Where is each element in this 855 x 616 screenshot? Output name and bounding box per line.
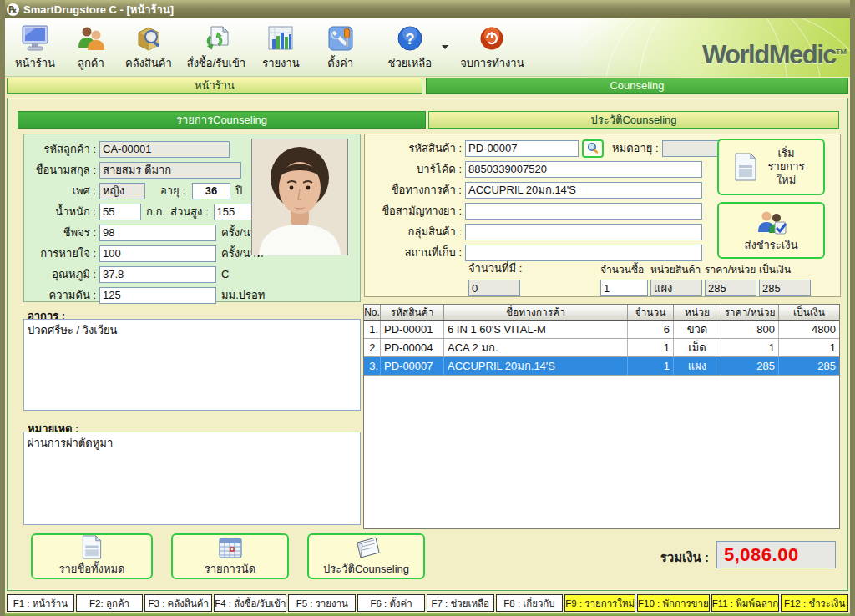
temp-label: อุณหภูมิ : (24, 265, 99, 283)
all-customers-label: รายชื่อทั้งหมด (58, 560, 124, 578)
toolbar-reports-button[interactable]: รายงาน (259, 22, 302, 73)
cell-no: 2. (364, 339, 381, 356)
purchase-block: จำนวนซื้อ หน่วยสินค้า ราคา/หน่วย เป็นเงิ… (600, 261, 811, 296)
tab-counseling-history[interactable]: ประวัติCounseling (428, 111, 839, 129)
cell-amount: 1 (779, 339, 839, 356)
tab-counseling[interactable]: Counseling (426, 78, 848, 94)
cell-name: ACA 2 มก. (444, 339, 628, 356)
fkey-f8[interactable]: F8 : เกี่ยวกับ (496, 594, 564, 612)
tab-counseling-list[interactable]: รายการCounseling (18, 111, 426, 129)
fkey-f11[interactable]: F11 : พิมพ์ฉลาก (711, 594, 780, 612)
toolbar-label: จบการทำงาน (460, 54, 524, 72)
send-payment-button[interactable]: ส่งชำระเงิน (717, 202, 825, 259)
col-amount: เป็นเงิน (779, 305, 839, 320)
height-field[interactable] (214, 204, 257, 220)
pressure-field[interactable] (99, 287, 216, 304)
age-field[interactable] (192, 183, 230, 199)
total-box: 5,086.00 (716, 541, 836, 568)
window-title: SmartDrugstore C - [หน้าร้าน] (23, 1, 174, 18)
stock-block: จำนวนที่มี : (468, 260, 522, 296)
toolbar-purchase-button[interactable]: สั่งซื้อ/รับเข้า (184, 22, 249, 73)
fkey-f12[interactable]: F12 : ชำระเงิน (781, 594, 848, 612)
purchase-receive-icon (200, 23, 232, 53)
fkey-f3[interactable]: F3 : คลังสินค้า (144, 594, 212, 612)
toolbar-exit-button[interactable]: จบการทำงาน (457, 22, 527, 73)
toolbar-storefront-button[interactable]: หน้าร้าน (12, 22, 58, 73)
barcode-field[interactable] (465, 161, 702, 178)
main-tab-bar: หน้าร้าน Counseling (5, 78, 850, 94)
barcode-label: บาร์โค้ด : (365, 160, 465, 178)
product-search-button[interactable] (582, 139, 604, 158)
cell-name: 6 IN 1 60'S VITAL-M (444, 321, 628, 338)
col-price: ราคา/หน่วย (721, 305, 779, 320)
toolbar-help-button[interactable]: ? ช่วยเหลือ (385, 22, 436, 73)
tab-storefront[interactable]: หน้าร้าน (7, 78, 422, 94)
worldmedic-logo: WorldMedicTM (702, 40, 847, 70)
fkey-f6[interactable]: F6 : ตั้งค่า (357, 594, 425, 612)
purchase-price-label: ราคา/หน่วย (705, 261, 756, 277)
weight-unit-label: ก.ก. (146, 203, 165, 220)
trade-name-field[interactable] (465, 182, 702, 199)
cell-amount: 4800 (779, 321, 839, 338)
fkey-f5[interactable]: F5 : รายงาน (288, 594, 356, 612)
toolbar-label: สั่งซื้อ/รับเข้า (187, 54, 245, 72)
counseling-panel: รายการCounseling ประวัติCounseling รหัสล… (7, 98, 848, 591)
breath-field[interactable] (99, 245, 216, 262)
expiry-label: หมดอายุ : (612, 139, 659, 157)
customer-info-panel: รหัสลูกค้า : ชื่อนามสกุล : เพศ : อายุ : … (23, 134, 361, 302)
fkey-f9[interactable]: F9 : รายการใหม่ (564, 594, 635, 612)
notes-textarea[interactable]: ผ่านการผ่าตัดหูมา (23, 432, 361, 525)
purchase-unit-field[interactable] (650, 280, 702, 296)
fkey-f7[interactable]: F7 : ช่วยเหลือ (427, 594, 494, 612)
purchase-price-field[interactable] (705, 280, 756, 296)
toolbar-customers-button[interactable]: ลูกค้า (72, 22, 110, 73)
weight-field[interactable] (99, 204, 141, 220)
generic-name-field[interactable] (465, 203, 702, 220)
breath-label: การหายใจ : (24, 245, 99, 262)
counseling-history-button[interactable]: ประวัติCounseling (307, 533, 425, 579)
toolbar-label: คลังสินค้า (125, 54, 172, 72)
pressure-unit-label: มม.ปรอท (221, 286, 265, 304)
product-group-field[interactable] (465, 224, 702, 240)
product-code-field[interactable] (465, 140, 579, 157)
svg-text:?: ? (405, 31, 414, 48)
appointments-button[interactable]: รายการนัด (171, 533, 289, 579)
all-customers-button[interactable]: รายชื่อทั้งหมด (31, 533, 153, 579)
symptoms-textarea[interactable]: ปวดศรีษะ / วิงเวียน (23, 319, 361, 411)
fkey-f2[interactable]: F2: ลูกค้า (76, 594, 144, 612)
cell-unit: เม็ด (674, 339, 721, 356)
pressure-label: ความดัน : (24, 286, 99, 304)
temp-field[interactable] (99, 266, 216, 283)
new-item-label: เริ่มรายการใหม่ (763, 147, 810, 188)
toolbar-inventory-button[interactable]: คลังสินค้า (122, 22, 175, 73)
help-dropdown-caret-icon[interactable] (442, 45, 448, 49)
storage-location-field[interactable] (465, 245, 702, 261)
purchase-unit-label: หน่วยสินค้า (650, 261, 701, 277)
help-icon: ? (394, 23, 426, 53)
trade-name-label: ชื่อทางการค้า : (365, 181, 465, 199)
customer-name-field[interactable] (99, 162, 241, 179)
toolbar-label: ช่วยเหลือ (388, 54, 433, 72)
main-toolbar: WorldMedicTM หน้าร้าน ลูกค้า คลังสินค้า (0, 18, 855, 77)
customer-code-field[interactable] (99, 141, 230, 158)
purchase-qty-field[interactable] (600, 280, 648, 296)
cell-qty: 1 (628, 357, 674, 375)
table-row[interactable]: 2. PD-00004 ACA 2 มก. 1 เม็ด 1 1 (364, 339, 839, 357)
counseling-history-label: ประวัติCounseling (323, 560, 409, 578)
cell-unit: แผง (674, 357, 721, 375)
new-item-button[interactable]: เริ่มรายการใหม่ (717, 139, 825, 195)
product-info-panel: รหัสสินค้า : หมดอายุ : บาร์โค้ด : ชื่อทา… (364, 134, 841, 297)
fkey-f4[interactable]: F4 : สั่งซื้อ/รับเข้า (214, 594, 286, 612)
table-row-selected[interactable]: 3. PD-00007 ACCUPRIL 20มก.14'S 1 แผง 285… (364, 357, 839, 376)
stock-field[interactable] (468, 280, 520, 296)
fkey-f10[interactable]: F10 : พักการขาย (637, 594, 710, 612)
toolbar-label: ลูกค้า (78, 54, 104, 72)
sex-field[interactable] (99, 183, 145, 199)
purchase-amount-field[interactable] (759, 280, 811, 296)
pulse-field[interactable] (99, 225, 216, 241)
product-group-label: กลุ่มสินค้า : (365, 223, 465, 240)
magnifier-icon (587, 142, 600, 154)
toolbar-settings-button[interactable]: ตั้งค่า (321, 22, 360, 73)
fkey-f1[interactable]: F1 : หน้าร้าน (7, 594, 74, 612)
table-row[interactable]: 1. PD-00001 6 IN 1 60'S VITAL-M 6 ขวด 80… (364, 321, 839, 339)
